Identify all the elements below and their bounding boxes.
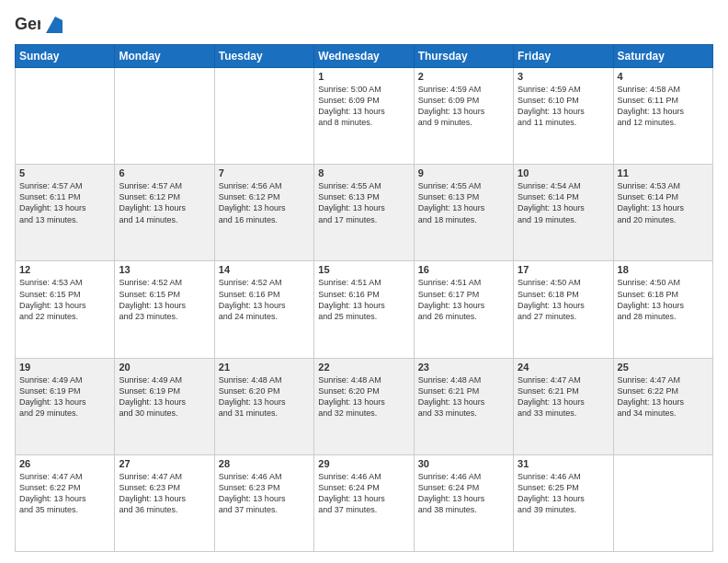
logo: General: [15, 11, 63, 37]
day-number: 29: [318, 458, 409, 469]
calendar-header-friday: Friday: [514, 45, 613, 68]
calendar-week-row: 5Sunrise: 4:57 AM Sunset: 6:11 PM Daylig…: [16, 165, 713, 261]
day-number: 30: [418, 458, 509, 469]
calendar-week-row: 19Sunrise: 4:49 AM Sunset: 6:19 PM Dayli…: [16, 358, 713, 454]
logo-triangle-icon: [46, 17, 63, 33]
calendar-cell: 14Sunrise: 4:52 AM Sunset: 6:16 PM Dayli…: [214, 261, 313, 358]
day-number: 16: [418, 264, 509, 275]
day-info: Sunrise: 4:52 AM Sunset: 6:16 PM Dayligh…: [219, 277, 310, 322]
calendar-cell: 5Sunrise: 4:57 AM Sunset: 6:11 PM Daylig…: [16, 165, 115, 261]
calendar-cell: 8Sunrise: 4:55 AM Sunset: 6:13 PM Daylig…: [314, 165, 414, 261]
calendar-header-tuesday: Tuesday: [214, 45, 313, 68]
day-info: Sunrise: 4:47 AM Sunset: 6:21 PM Dayligh…: [518, 374, 609, 419]
day-number: 19: [19, 362, 110, 373]
day-info: Sunrise: 4:57 AM Sunset: 6:12 PM Dayligh…: [119, 180, 210, 225]
day-number: 7: [219, 167, 310, 178]
calendar-cell: 23Sunrise: 4:48 AM Sunset: 6:21 PM Dayli…: [414, 358, 513, 454]
day-number: 6: [119, 167, 210, 178]
day-info: Sunrise: 5:00 AM Sunset: 6:09 PM Dayligh…: [318, 84, 409, 129]
calendar-cell: 13Sunrise: 4:52 AM Sunset: 6:15 PM Dayli…: [115, 261, 214, 358]
calendar-cell: 17Sunrise: 4:50 AM Sunset: 6:18 PM Dayli…: [514, 261, 613, 358]
calendar-cell: 28Sunrise: 4:46 AM Sunset: 6:23 PM Dayli…: [214, 454, 313, 551]
logo-wordmark: [44, 15, 63, 34]
calendar-cell: 18Sunrise: 4:50 AM Sunset: 6:18 PM Dayli…: [613, 261, 712, 358]
day-number: 4: [618, 71, 709, 82]
day-number: 9: [418, 167, 509, 178]
calendar-header-thursday: Thursday: [414, 45, 513, 68]
calendar-cell: 11Sunrise: 4:53 AM Sunset: 6:14 PM Dayli…: [613, 165, 712, 261]
day-number: 28: [219, 458, 310, 469]
calendar-header-monday: Monday: [115, 45, 214, 68]
calendar-week-row: 1Sunrise: 5:00 AM Sunset: 6:09 PM Daylig…: [16, 68, 713, 165]
day-info: Sunrise: 4:50 AM Sunset: 6:18 PM Dayligh…: [618, 277, 709, 322]
calendar-cell: [16, 68, 115, 165]
calendar-page: General SundayMondayTuesdayWednesdayThur…: [0, 0, 728, 563]
calendar-cell: 19Sunrise: 4:49 AM Sunset: 6:19 PM Dayli…: [16, 358, 115, 454]
day-info: Sunrise: 4:55 AM Sunset: 6:13 PM Dayligh…: [318, 180, 409, 225]
day-number: 26: [19, 458, 110, 469]
calendar-cell: [115, 68, 214, 165]
day-info: Sunrise: 4:52 AM Sunset: 6:15 PM Dayligh…: [119, 277, 210, 322]
day-number: 21: [219, 362, 310, 373]
day-info: Sunrise: 4:48 AM Sunset: 6:20 PM Dayligh…: [318, 374, 409, 419]
day-info: Sunrise: 4:46 AM Sunset: 6:24 PM Dayligh…: [318, 471, 409, 516]
calendar-cell: 29Sunrise: 4:46 AM Sunset: 6:24 PM Dayli…: [314, 454, 414, 551]
calendar-cell: 22Sunrise: 4:48 AM Sunset: 6:20 PM Dayli…: [314, 358, 414, 454]
calendar-cell: 20Sunrise: 4:49 AM Sunset: 6:19 PM Dayli…: [115, 358, 214, 454]
calendar-header-sunday: Sunday: [16, 45, 115, 68]
day-info: Sunrise: 4:55 AM Sunset: 6:13 PM Dayligh…: [418, 180, 509, 225]
calendar-cell: 31Sunrise: 4:46 AM Sunset: 6:25 PM Dayli…: [514, 454, 613, 551]
day-info: Sunrise: 4:49 AM Sunset: 6:19 PM Dayligh…: [119, 374, 210, 419]
calendar-cell: 10Sunrise: 4:54 AM Sunset: 6:14 PM Dayli…: [514, 165, 613, 261]
calendar-week-row: 26Sunrise: 4:47 AM Sunset: 6:22 PM Dayli…: [16, 454, 713, 551]
calendar-cell: 6Sunrise: 4:57 AM Sunset: 6:12 PM Daylig…: [115, 165, 214, 261]
day-number: 22: [318, 362, 409, 373]
calendar-header-wednesday: Wednesday: [314, 45, 414, 68]
day-info: Sunrise: 4:57 AM Sunset: 6:11 PM Dayligh…: [19, 180, 110, 225]
day-number: 14: [219, 264, 310, 275]
day-info: Sunrise: 4:51 AM Sunset: 6:17 PM Dayligh…: [418, 277, 509, 322]
day-info: Sunrise: 4:50 AM Sunset: 6:18 PM Dayligh…: [518, 277, 609, 322]
calendar-cell: [214, 68, 313, 165]
day-info: Sunrise: 4:56 AM Sunset: 6:12 PM Dayligh…: [219, 180, 310, 225]
calendar-header-saturday: Saturday: [613, 45, 712, 68]
day-number: 24: [518, 362, 609, 373]
day-info: Sunrise: 4:46 AM Sunset: 6:25 PM Dayligh…: [518, 471, 609, 516]
day-info: Sunrise: 4:51 AM Sunset: 6:16 PM Dayligh…: [318, 277, 409, 322]
calendar-cell: 12Sunrise: 4:53 AM Sunset: 6:15 PM Dayli…: [16, 261, 115, 358]
calendar-cell: 25Sunrise: 4:47 AM Sunset: 6:22 PM Dayli…: [613, 358, 712, 454]
calendar-cell: [613, 454, 712, 551]
header: General: [15, 11, 713, 37]
logo-icon: General: [15, 11, 40, 37]
day-number: 5: [19, 167, 110, 178]
day-number: 17: [518, 264, 609, 275]
day-info: Sunrise: 4:47 AM Sunset: 6:23 PM Dayligh…: [119, 471, 210, 516]
day-number: 18: [618, 264, 709, 275]
day-info: Sunrise: 4:58 AM Sunset: 6:11 PM Dayligh…: [618, 84, 709, 129]
calendar-cell: 30Sunrise: 4:46 AM Sunset: 6:24 PM Dayli…: [414, 454, 513, 551]
day-info: Sunrise: 4:59 AM Sunset: 6:10 PM Dayligh…: [518, 84, 609, 129]
day-number: 15: [318, 264, 409, 275]
calendar-cell: 27Sunrise: 4:47 AM Sunset: 6:23 PM Dayli…: [115, 454, 214, 551]
calendar-cell: 4Sunrise: 4:58 AM Sunset: 6:11 PM Daylig…: [613, 68, 712, 165]
day-info: Sunrise: 4:54 AM Sunset: 6:14 PM Dayligh…: [518, 180, 609, 225]
day-number: 11: [618, 167, 709, 178]
calendar-cell: 24Sunrise: 4:47 AM Sunset: 6:21 PM Dayli…: [514, 358, 613, 454]
day-number: 20: [119, 362, 210, 373]
day-info: Sunrise: 4:53 AM Sunset: 6:15 PM Dayligh…: [19, 277, 110, 322]
calendar-header-row: SundayMondayTuesdayWednesdayThursdayFrid…: [16, 45, 713, 68]
day-number: 3: [518, 71, 609, 82]
day-number: 27: [119, 458, 210, 469]
day-info: Sunrise: 4:46 AM Sunset: 6:24 PM Dayligh…: [418, 471, 509, 516]
day-number: 31: [518, 458, 609, 469]
day-number: 25: [618, 362, 709, 373]
calendar-cell: 3Sunrise: 4:59 AM Sunset: 6:10 PM Daylig…: [514, 68, 613, 165]
day-info: Sunrise: 4:48 AM Sunset: 6:20 PM Dayligh…: [219, 374, 310, 419]
svg-text:General: General: [15, 15, 40, 33]
day-info: Sunrise: 4:53 AM Sunset: 6:14 PM Dayligh…: [618, 180, 709, 225]
day-number: 12: [19, 264, 110, 275]
calendar-cell: 1Sunrise: 5:00 AM Sunset: 6:09 PM Daylig…: [314, 68, 414, 165]
calendar-cell: 2Sunrise: 4:59 AM Sunset: 6:09 PM Daylig…: [414, 68, 513, 165]
day-number: 23: [418, 362, 509, 373]
svg-marker-2: [46, 17, 63, 33]
